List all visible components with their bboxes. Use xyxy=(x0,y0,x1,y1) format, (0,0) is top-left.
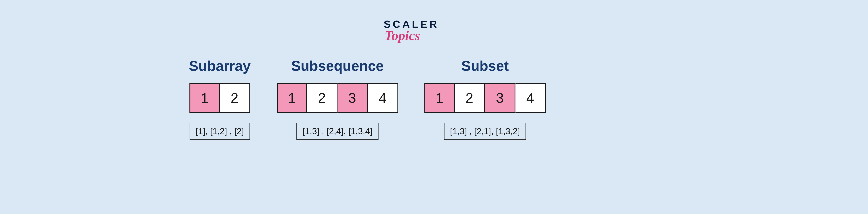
scaler-logo: SCALER Topics xyxy=(384,19,439,43)
section-subset: Subset 1 2 3 4 [1,3] , [2,1], [1,3,2] xyxy=(424,58,546,140)
array-cell: 4 xyxy=(516,83,546,113)
result-box: [1,3] , [2,4], [1,3,4] xyxy=(296,122,378,140)
cells-row: 1 2 xyxy=(189,83,250,113)
array-cell: 1 xyxy=(424,83,455,113)
section-title: Subset xyxy=(461,58,509,74)
array-cell: 1 xyxy=(277,83,307,113)
array-cell: 4 xyxy=(368,83,398,113)
cells-row: 1 2 3 4 xyxy=(277,83,398,113)
array-cell: 2 xyxy=(455,83,485,113)
section-subsequence: Subsequence 1 2 3 4 [1,3] , [2,4], [1,3,… xyxy=(277,58,398,140)
result-box: [1], [1,2] , [2] xyxy=(190,122,250,140)
array-cell: 1 xyxy=(189,83,220,113)
array-cell: 2 xyxy=(220,83,250,113)
array-cell: 3 xyxy=(485,83,516,113)
sections-row: Subarray 1 2 [1], [1,2] , [2] Subsequenc… xyxy=(189,58,546,140)
result-box: [1,3] , [2,1], [1,3,2] xyxy=(444,122,526,140)
diagram-container: Subarray 1 2 [1], [1,2] , [2] Subsequenc… xyxy=(189,58,546,140)
section-subarray: Subarray 1 2 [1], [1,2] , [2] xyxy=(189,58,251,140)
logo-sub-text: Topics xyxy=(384,28,420,43)
cells-row: 1 2 3 4 xyxy=(424,83,546,113)
section-title: Subsequence xyxy=(291,58,384,74)
section-title: Subarray xyxy=(189,58,251,74)
array-cell: 2 xyxy=(307,83,338,113)
array-cell: 3 xyxy=(338,83,368,113)
